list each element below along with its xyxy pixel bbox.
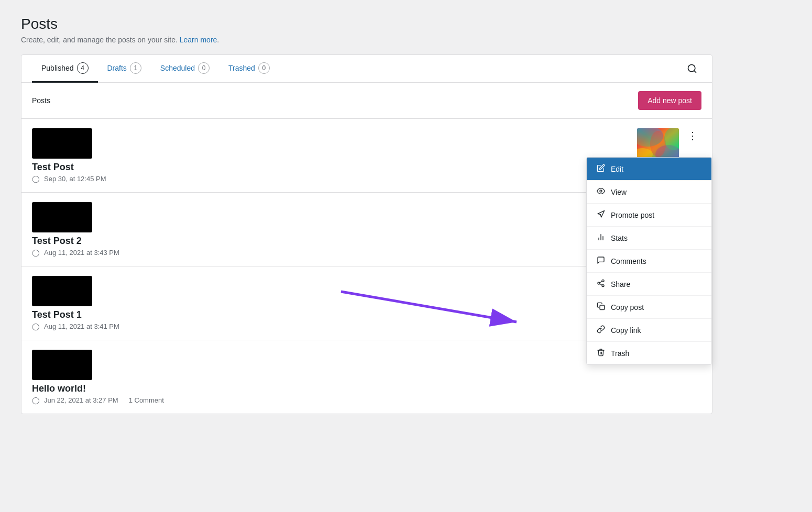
tab-trashed-count: 0 [258, 62, 270, 74]
menu-share-label: Share [611, 280, 630, 288]
eye-icon [596, 187, 606, 197]
page-header: Posts Create, edit, and manage the posts… [21, 16, 791, 44]
post-1-title: Test Post [32, 162, 637, 173]
post-row-1: Test Post ◯ Sep 30, at 12:45 PM [21, 119, 712, 193]
post-4-title: Hello world! [32, 383, 684, 394]
post-4-meta: ◯ Jun 22, 2021 at 3:27 PM 1 Comment [32, 396, 684, 404]
copy-icon [596, 302, 606, 312]
post-1-thumbnail [32, 128, 92, 159]
subtitle-text: Create, edit, and manage the posts on yo… [21, 36, 180, 44]
menu-item-stats[interactable]: Stats [587, 227, 711, 250]
clock-icon-2: ◯ [32, 249, 40, 257]
post-2-date: Aug 11, 2021 at 3:43 PM [44, 249, 119, 257]
tabs-bar: Published 4 Drafts 1 Scheduled 0 Trashed… [21, 55, 712, 83]
page-wrapper: Posts Create, edit, and manage the posts… [21, 16, 791, 414]
link-icon [596, 325, 606, 335]
tab-published-count: 4 [77, 62, 89, 74]
tab-drafts[interactable]: Drafts 1 [98, 55, 151, 83]
megaphone-icon [596, 210, 606, 220]
subtitle-period: . [217, 36, 219, 44]
tab-scheduled[interactable]: Scheduled 0 [151, 55, 219, 83]
tab-trashed-label: Trashed [228, 64, 255, 72]
menu-promote-label: Promote post [611, 211, 654, 219]
bar-chart-icon [596, 233, 606, 243]
tab-drafts-label: Drafts [107, 64, 127, 72]
clock-icon-1: ◯ [32, 175, 40, 183]
post-1-date: Sep 30, at 12:45 PM [44, 175, 106, 183]
clock-icon-4: ◯ [32, 396, 40, 404]
svg-rect-17 [600, 305, 605, 310]
tab-drafts-count: 1 [130, 62, 141, 74]
menu-comments-label: Comments [611, 257, 646, 265]
comment-icon [596, 256, 606, 266]
svg-point-8 [600, 190, 602, 192]
tab-published[interactable]: Published 4 [32, 55, 98, 83]
menu-view-label: View [611, 188, 627, 196]
post-4-date: Jun 22, 2021 at 3:27 PM [44, 396, 118, 404]
menu-edit-label: Edit [611, 165, 623, 173]
menu-item-trash[interactable]: Trash [587, 342, 711, 364]
post-4-thumbnail [32, 350, 92, 380]
search-button[interactable] [683, 59, 701, 78]
share-icon [596, 279, 606, 289]
post-4-comments: 1 Comment [129, 396, 164, 404]
posts-list-title: Posts [32, 96, 50, 105]
tab-scheduled-count: 0 [198, 62, 210, 74]
tab-trashed[interactable]: Trashed 0 [219, 55, 279, 83]
posts-list-header: Posts Add new post [21, 83, 712, 119]
menu-item-copy-post[interactable]: Copy post [587, 296, 711, 319]
context-menu: Edit View [586, 157, 712, 365]
menu-trash-label: Trash [611, 349, 629, 358]
menu-item-comments[interactable]: Comments [587, 250, 711, 273]
svg-line-16 [600, 281, 602, 283]
clock-icon-3: ◯ [32, 322, 40, 330]
menu-item-share[interactable]: Share [587, 273, 711, 296]
tab-scheduled-label: Scheduled [160, 64, 195, 72]
menu-copy-link-label: Copy link [611, 326, 641, 335]
svg-line-1 [694, 71, 696, 73]
menu-stats-label: Stats [611, 234, 628, 242]
post-3-thumbnail [32, 276, 92, 306]
menu-copy-post-label: Copy post [611, 303, 644, 311]
main-card: Published 4 Drafts 1 Scheduled 0 Trashed… [21, 54, 712, 414]
search-icon [687, 63, 697, 74]
trash-icon [596, 348, 606, 358]
menu-item-copy-link[interactable]: Copy link [587, 319, 711, 342]
pencil-icon [596, 164, 606, 174]
learn-more-link[interactable]: Learn more [180, 36, 217, 44]
post-3-date: Aug 11, 2021 at 3:41 PM [44, 322, 119, 330]
page-subtitle: Create, edit, and manage the posts on yo… [21, 36, 791, 44]
post-2-thumbnail [32, 202, 92, 232]
svg-line-15 [600, 284, 602, 285]
menu-item-view[interactable]: View [587, 181, 711, 204]
more-options-button-1[interactable]: ⋮ [684, 128, 701, 143]
post-1-content: Test Post ◯ Sep 30, at 12:45 PM [32, 128, 637, 183]
tabs-list: Published 4 Drafts 1 Scheduled 0 Trashed… [32, 55, 279, 82]
menu-item-edit[interactable]: Edit [587, 158, 711, 181]
tab-published-label: Published [41, 64, 74, 72]
page-title: Posts [21, 16, 791, 32]
post-1-meta: ◯ Sep 30, at 12:45 PM [32, 175, 637, 183]
post-1-right: ⋮ Edit [637, 128, 701, 162]
menu-item-promote[interactable]: Promote post [587, 204, 711, 227]
add-new-post-button[interactable]: Add new post [638, 91, 701, 110]
